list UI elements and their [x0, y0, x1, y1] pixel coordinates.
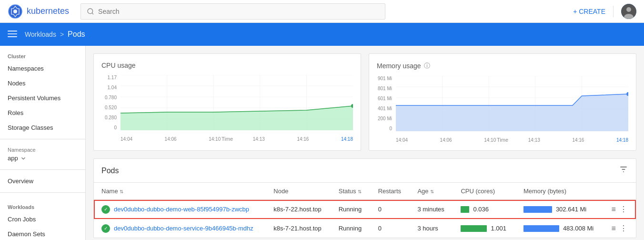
- pod-status-2: Running: [331, 219, 371, 238]
- mem-chart-card: Memory usage ⓘ 901 Mi 801 Mi 601 Mi 401 …: [369, 53, 636, 151]
- cpu-chart-svg: [121, 75, 353, 130]
- sidebar-item-cron-jobs[interactable]: Cron Jobs: [0, 212, 85, 227]
- cpu-chart-title-text: CPU usage: [101, 62, 136, 69]
- sidebar-item-overview[interactable]: Overview: [0, 174, 85, 188]
- pod-node-1: k8s-7-22.host.top: [266, 200, 331, 219]
- svg-rect-10: [8, 36, 17, 37]
- row-more-icon-1[interactable]: ⋮: [620, 205, 627, 214]
- mem-info-icon: ⓘ: [424, 62, 430, 70]
- pod-restarts-1: 0: [371, 200, 410, 219]
- pods-table-header: Name ⇅ Node Status ⇅ Restarts Age: [94, 183, 636, 200]
- sort-icon-name: ⇅: [120, 189, 123, 194]
- sidebar-item-namespaces[interactable]: Namespaces: [0, 61, 85, 76]
- pod-node-2: k8s-7-21.host.top: [266, 219, 331, 238]
- cpu-chart-title: CPU usage: [101, 62, 353, 69]
- col-memory: Memory (bytes): [516, 183, 604, 200]
- pods-table: Name ⇅ Node Status ⇅ Restarts Age: [94, 183, 636, 238]
- col-restarts: Restarts: [371, 183, 410, 200]
- pod-cpu-1: 0.036: [453, 200, 515, 219]
- svg-rect-8: [8, 31, 17, 31]
- mem-y-labels: 901 Mi 801 Mi 601 Mi 401 Mi 200 Mi 0: [377, 76, 394, 131]
- pod-mem-1: 302.641 Mi: [516, 200, 604, 219]
- top-nav-right: + CREATE: [573, 4, 636, 19]
- logo: kubernetes: [8, 4, 69, 19]
- create-button[interactable]: + CREATE: [573, 8, 605, 15]
- col-cpu: CPU (cores): [453, 183, 515, 200]
- nav-divider: [613, 6, 614, 17]
- kube-logo-icon: [8, 4, 23, 19]
- svg-rect-9: [8, 33, 17, 34]
- col-actions: [604, 183, 636, 200]
- pod-status-1: Running: [331, 200, 371, 219]
- pod-age-2: 3 hours: [410, 219, 453, 238]
- namespace-section: Namespace app: [0, 143, 85, 166]
- pod-name-link-1[interactable]: dev0dubbo-dubbo-demo-web-85f954997b-zwcb…: [114, 206, 249, 213]
- namespace-value: app: [8, 155, 18, 162]
- pod-name-cell-1: ✓ dev0dubbo-dubbo-demo-web-85f954997b-zw…: [94, 200, 266, 219]
- pod-cpu-2: 1.001: [453, 219, 515, 238]
- cpu-chart-inner: [121, 75, 353, 130]
- mem-chart-title-text: Memory usage: [377, 62, 421, 70]
- row-menu-icon-2[interactable]: ≡: [612, 224, 616, 233]
- avatar-icon: [621, 4, 636, 19]
- mem-chart-area: 901 Mi 801 Mi 601 Mi 401 Mi 200 Mi 0: [377, 76, 628, 143]
- table-row: ✓ dev0dubbo-dubbo-demo-service-9b466945b…: [94, 219, 636, 238]
- cpu-axis-label: Time: [221, 136, 233, 142]
- mem-bar-1: [523, 206, 552, 213]
- main-content: CPU usage 1.17 1.04 0.780 0.520 0.280 0: [86, 46, 644, 240]
- sidebar-item-daemon-sets[interactable]: Daemon Sets: [0, 227, 85, 240]
- row-menu-icon-1[interactable]: ≡: [612, 205, 616, 214]
- search-icon: [87, 8, 94, 15]
- cpu-x-labels: 14:04 14:06 14:10 14:13 14:16 14:18: [121, 136, 353, 142]
- svg-point-2: [13, 10, 17, 13]
- col-status[interactable]: Status ⇅: [331, 183, 371, 200]
- pod-name-cell-2: ✓ dev0dubbo-dubbo-demo-service-9b466945b…: [94, 219, 266, 238]
- mem-x-labels: 14:04 14:06 14:10 14:13 14:16 14:18: [396, 137, 628, 143]
- breadcrumb-current: Pods: [68, 30, 85, 39]
- workloads-section-title: Workloads: [0, 197, 85, 212]
- sidebar-item-persistent-volumes[interactable]: Persistent Volumes: [0, 91, 85, 105]
- sidebar-divider-2: [0, 169, 85, 170]
- cpu-chart-card: CPU usage 1.17 1.04 0.780 0.520 0.280 0: [93, 53, 361, 151]
- search-bar[interactable]: [80, 3, 385, 20]
- pods-table-body: ✓ dev0dubbo-dubbo-demo-web-85f954997b-zw…: [94, 200, 636, 238]
- pod-actions-2: ≡ ⋮: [604, 219, 636, 238]
- pod-name-link-2[interactable]: dev0dubbo-dubbo-demo-service-9b466945b-m…: [114, 225, 253, 232]
- mem-chart-inner: [396, 76, 628, 131]
- namespace-select[interactable]: app: [8, 155, 78, 162]
- cpu-chart-area: 1.17 1.04 0.780 0.520 0.280 0: [101, 75, 353, 142]
- pod-actions-1: ≡ ⋮: [604, 200, 636, 219]
- breadcrumb-parent[interactable]: Workloads: [25, 31, 56, 38]
- top-nav: kubernetes + CREATE: [0, 0, 644, 23]
- sidebar-item-storage-classes[interactable]: Storage Classes: [0, 120, 85, 135]
- namespace-label: Namespace: [8, 147, 78, 153]
- cpu-bar-2: [461, 225, 487, 232]
- sidebar-item-nodes[interactable]: Nodes: [0, 76, 85, 91]
- charts-row: CPU usage 1.17 1.04 0.780 0.520 0.280 0: [93, 53, 636, 151]
- mem-chart-title: Memory usage ⓘ: [377, 62, 628, 70]
- filter-icon[interactable]: [619, 165, 628, 177]
- sort-icon-age: ⇅: [430, 189, 434, 194]
- breadcrumb-separator: >: [60, 31, 64, 38]
- mem-bar-2: [523, 225, 559, 232]
- svg-point-3: [88, 9, 93, 14]
- search-input[interactable]: [98, 8, 379, 15]
- chevron-down-icon: [20, 155, 27, 162]
- pods-card: Pods Name ⇅ Node: [93, 158, 636, 238]
- sort-icon-status: ⇅: [358, 189, 362, 194]
- hamburger-menu-icon[interactable]: [8, 29, 17, 40]
- status-icon-2: ✓: [101, 224, 110, 233]
- sidebar-item-roles[interactable]: Roles: [0, 105, 85, 120]
- pod-age-1: 3 minutes: [410, 200, 453, 219]
- cpu-y-labels: 1.17 1.04 0.780 0.520 0.280 0: [101, 75, 119, 130]
- row-more-icon-2[interactable]: ⋮: [620, 224, 627, 233]
- col-name[interactable]: Name ⇅: [94, 183, 266, 200]
- table-row: ✓ dev0dubbo-dubbo-demo-web-85f954997b-zw…: [94, 200, 636, 219]
- main-layout: Cluster Namespaces Nodes Persistent Volu…: [0, 46, 644, 240]
- mem-axis-label: Time: [497, 137, 508, 143]
- col-age[interactable]: Age ⇅: [410, 183, 453, 200]
- sidebar-divider-3: [0, 192, 85, 193]
- svg-point-6: [626, 7, 631, 12]
- cluster-section-title: Cluster: [0, 46, 85, 61]
- avatar[interactable]: [621, 4, 636, 19]
